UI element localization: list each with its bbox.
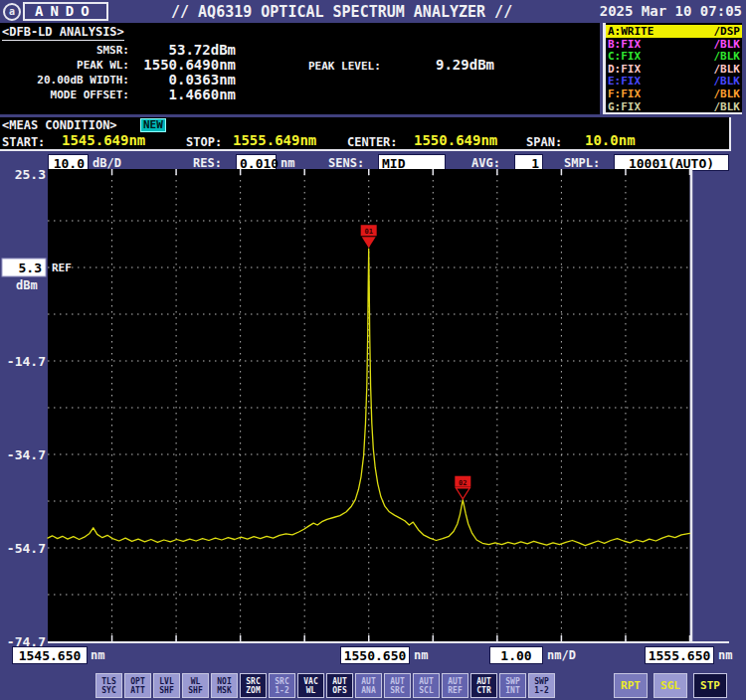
softkey-noi-msk[interactable]: NOI MSK <box>211 673 238 698</box>
ref-line-label: REF <box>52 262 72 274</box>
softkey-swp-1-2[interactable]: SWP 1-2 <box>528 673 555 698</box>
x-center-unit: nm <box>414 648 428 662</box>
softkey-stp[interactable]: STP <box>693 673 727 698</box>
softkey-opt-att[interactable]: OPT ATT <box>124 673 151 698</box>
y-axis-label: -14.7 <box>7 354 46 369</box>
softkey-src-zom[interactable]: SRC ZOM <box>240 673 267 698</box>
y-axis-label: 25.3 <box>15 167 46 182</box>
ref-level-value: 5.3 <box>19 261 42 275</box>
softkey-sgl[interactable]: SGL <box>653 673 687 698</box>
x-start-unit: nm <box>91 648 104 662</box>
softkey-aut-src[interactable]: AUT SRC <box>384 673 411 698</box>
softkey-aut-ctr[interactable]: AUT CTR <box>470 673 497 698</box>
softkey-src-1-2[interactable]: SRC 1-2 <box>269 673 295 698</box>
softkey-aut-ref[interactable]: AUT REF <box>442 673 468 698</box>
softkey-wl-shf[interactable]: WL SHF <box>182 673 209 698</box>
softkey-tls-syc[interactable]: TLS SYC <box>95 673 122 698</box>
ref-level-unit: dBm <box>16 278 38 292</box>
x-scale-field[interactable]: 1.00 <box>489 646 543 664</box>
softkey-vac-wl[interactable]: VAC WL <box>297 673 324 698</box>
peak-marker-id: 02 <box>459 479 466 487</box>
x-center-field[interactable]: 1550.650 <box>340 646 410 664</box>
softkey-lvl-shf[interactable]: LVL SHF <box>153 673 180 698</box>
spectrum-plot: 25.35.3dBmREF-14.7-34.7-54.7-74.70102 <box>0 0 746 700</box>
softkey-rpt[interactable]: RPT <box>614 673 648 698</box>
softkey-aut-ofs[interactable]: AUT OFS <box>326 673 353 698</box>
x-stop-field[interactable]: 1555.650 <box>645 646 714 664</box>
x-stop-unit: nm <box>718 648 732 662</box>
softkey-aut-scl[interactable]: AUT SCL <box>413 673 440 698</box>
x-start-field[interactable]: 1545.650 <box>12 646 88 664</box>
softkey-aut-ana[interactable]: AUT ANA <box>355 673 382 698</box>
y-axis-label: -54.7 <box>7 541 46 556</box>
y-axis-label: -34.7 <box>7 447 46 462</box>
peak-marker-id: 01 <box>364 228 372 236</box>
softkey-swp-int[interactable]: SWP INT <box>499 673 526 698</box>
osa-screen: a ANDO // AQ6319 OPTICAL SPECTRUM ANALYZ… <box>0 0 746 700</box>
x-scale-unit: nm/D <box>547 648 576 662</box>
